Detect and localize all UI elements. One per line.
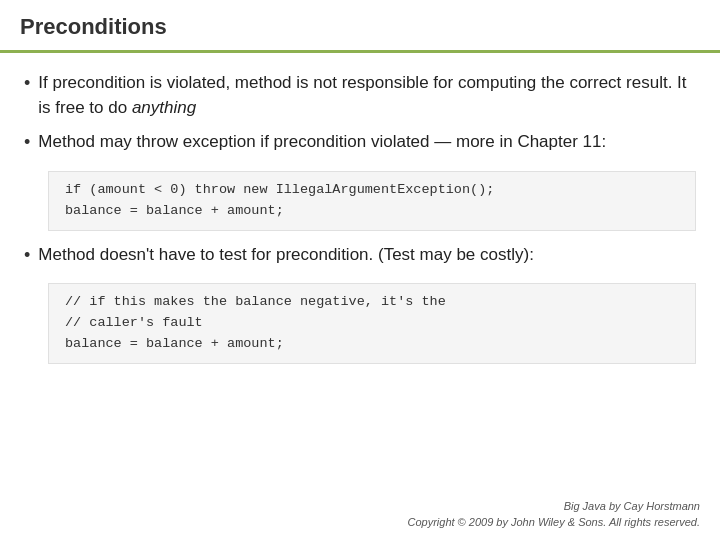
code-block-2: // if this makes the balance negative, i… (48, 283, 696, 364)
bullet-item-3: • Method doesn't have to test for precon… (24, 243, 696, 268)
bullet-item-2: • Method may throw exception if precondi… (24, 130, 696, 155)
bullet-text-1: If precondition is violated, method is n… (38, 71, 696, 120)
bullet-text-2: Method may throw exception if preconditi… (38, 130, 606, 155)
footer-line1: Big Java by Cay Horstmann (20, 499, 700, 514)
slide-footer: Big Java by Cay Horstmann Copyright © 20… (0, 493, 720, 540)
slide-content: • If precondition is violated, method is… (0, 53, 720, 493)
bullet-marker-1: • (24, 73, 30, 94)
slide-title: Preconditions (20, 14, 700, 40)
bullet-item-1: • If precondition is violated, method is… (24, 71, 696, 120)
bullet-text-3: Method doesn't have to test for precondi… (38, 243, 534, 268)
bullet-marker-2: • (24, 132, 30, 153)
slide: Preconditions • If precondition is viola… (0, 0, 720, 540)
code-block-1: if (amount < 0) throw new IllegalArgumen… (48, 171, 696, 231)
footer-line2: Copyright © 2009 by John Wiley & Sons. A… (20, 515, 700, 530)
slide-header: Preconditions (0, 0, 720, 53)
bullet-marker-3: • (24, 245, 30, 266)
